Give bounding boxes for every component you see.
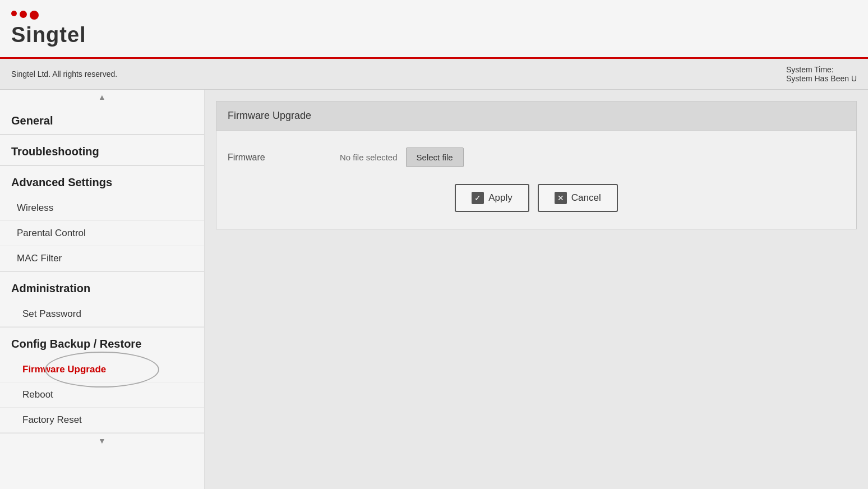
logo-dots — [11, 11, 86, 20]
sidebar-item-administration[interactable]: Administration — [0, 272, 204, 302]
cancel-button[interactable]: ✕ Cancel — [538, 184, 618, 212]
scroll-up-arrow[interactable]: ▲ — [0, 90, 204, 104]
system-time-label: System Time: — [786, 65, 857, 74]
logo-text: Singtel — [11, 23, 86, 47]
select-file-button[interactable]: Select file — [406, 147, 464, 167]
logo: Singtel — [11, 11, 86, 47]
sidebar-item-factory-reset[interactable]: Factory Reset — [0, 408, 204, 433]
sidebar-item-troubleshooting[interactable]: Troubleshooting — [0, 135, 204, 165]
dot-2 — [20, 11, 27, 18]
cancel-label: Cancel — [571, 192, 601, 204]
sidebar: ▲ General Troubleshooting Advanced Setti… — [0, 90, 205, 489]
sidebar-group-config-backup: Config Backup / Restore Firmware Upgrade… — [0, 327, 204, 433]
dot-3 — [30, 11, 39, 20]
main-layout: ▲ General Troubleshooting Advanced Setti… — [0, 90, 868, 489]
sidebar-group-administration: Administration Set Password — [0, 272, 204, 327]
dot-1 — [11, 11, 17, 16]
sidebar-item-mac-filter[interactable]: MAC Filter — [0, 246, 204, 271]
sidebar-item-general[interactable]: General — [0, 104, 204, 135]
system-uptime-label: System Has Been U — [786, 74, 857, 83]
sidebar-item-advanced-settings[interactable]: Advanced Settings — [0, 166, 204, 196]
sidebar-item-config-backup[interactable]: Config Backup / Restore — [0, 327, 204, 357]
copyright-text: Singtel Ltd. All rights reserved. — [11, 70, 117, 79]
panel-title: Firmware Upgrade — [216, 102, 856, 131]
sidebar-group-troubleshooting: Troubleshooting — [0, 135, 204, 166]
firmware-label: Firmware — [228, 153, 340, 163]
scroll-down-arrow[interactable]: ▼ — [0, 433, 204, 448]
sidebar-item-parental-control[interactable]: Parental Control — [0, 221, 204, 246]
sidebar-group-general: General — [0, 104, 204, 135]
sidebar-item-firmware-upgrade[interactable]: Firmware Upgrade — [0, 357, 204, 382]
panel-body: Firmware No file selected Select file ✓ … — [216, 131, 856, 229]
firmware-upgrade-panel: Firmware Upgrade Firmware No file select… — [216, 101, 857, 229]
content-area: Firmware Upgrade Firmware No file select… — [205, 90, 868, 489]
sidebar-item-wireless[interactable]: Wireless — [0, 196, 204, 221]
sub-header: Singtel Ltd. All rights reserved. System… — [0, 59, 868, 90]
apply-button[interactable]: ✓ Apply — [455, 184, 529, 212]
apply-check-icon: ✓ — [472, 192, 484, 204]
no-file-text: No file selected — [340, 153, 398, 162]
apply-label: Apply — [488, 192, 513, 204]
system-info: System Time: System Has Been U — [786, 65, 857, 83]
sidebar-item-reboot[interactable]: Reboot — [0, 382, 204, 408]
action-buttons: ✓ Apply ✕ Cancel — [228, 184, 845, 212]
sidebar-item-set-password[interactable]: Set Password — [0, 302, 204, 327]
sidebar-group-advanced-settings: Advanced Settings Wireless Parental Cont… — [0, 166, 204, 272]
firmware-row: Firmware No file selected Select file — [228, 147, 845, 167]
cancel-x-icon: ✕ — [555, 192, 567, 204]
header: Singtel — [0, 0, 868, 59]
